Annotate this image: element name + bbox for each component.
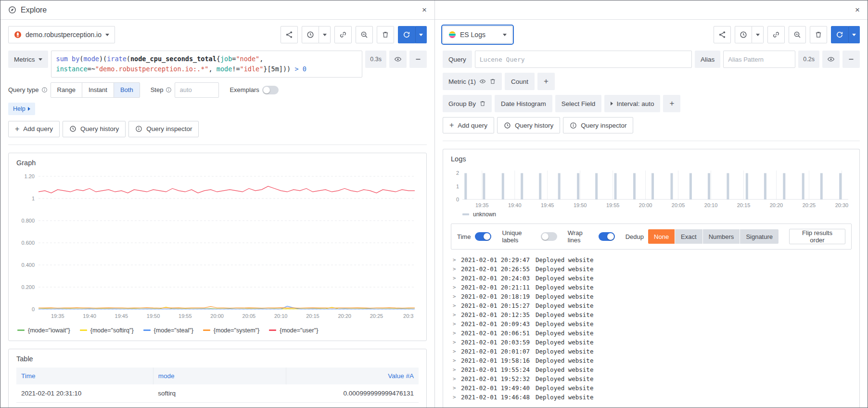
log-row[interactable]: >2021-02-01 20:12:35Deployed website [451,310,852,319]
add-group-by-button[interactable]: + [663,95,680,112]
legend-label[interactable]: unknown [473,211,496,218]
run-query-button[interactable] [398,26,415,43]
zoom-out-button[interactable] [789,26,806,43]
svg-text:20:00: 20:00 [210,313,224,319]
interval-dropdown[interactable]: Interval: auto [604,95,660,112]
disable-query-button[interactable] [822,51,840,68]
query-type-label: Query type [8,82,48,98]
clear-all-button[interactable] [810,26,827,43]
column-header-value[interactable]: Value #A [286,368,419,384]
share-button[interactable] [281,26,298,43]
alias-label: Alias [695,51,720,68]
query-type-range[interactable]: Range [51,82,82,98]
run-query-interval-caret[interactable] [415,26,427,43]
alias-input[interactable] [723,51,795,68]
time-picker-button[interactable] [735,26,752,43]
run-query-interval-caret[interactable] [848,26,860,43]
unique-labels-toggle[interactable] [541,232,557,241]
svg-text:20:15: 20:15 [737,202,751,208]
logs-histogram[interactable]: 19:3519:4019:4519:5019:5520:0020:0520:10… [451,168,853,210]
svg-text:19:40: 19:40 [508,202,522,208]
promql-query-input[interactable]: sum by(mode)(irate(node_cpu_seconds_tota… [51,51,363,78]
log-row[interactable]: >2021-02-01 20:26:55Deployed website [451,264,852,274]
expand-chevron-icon: > [453,383,461,393]
promql-query-line-2: instance=~"demo.robustperception.io:.*",… [56,64,357,74]
group-by-delete-icon[interactable] [479,100,486,107]
time-picker-button[interactable] [302,26,319,43]
add-metric-button[interactable]: + [537,73,555,90]
log-row[interactable]: >2021-02-01 20:18:19Deployed website [451,292,852,301]
log-row[interactable]: >2021-02-01 20:06:51Deployed website [451,329,852,338]
query-history-button[interactable]: Query history [497,117,560,133]
metrics-dropdown[interactable]: Metrics [8,51,48,68]
legend-item[interactable]: {mode="system"} [203,327,259,334]
log-row[interactable]: >2021-02-01 20:29:47Deployed website [451,255,852,264]
disable-query-button[interactable] [389,51,407,68]
column-header-time[interactable]: Time [16,368,153,384]
log-row[interactable]: >2021-02-01 19:46:48Deployed website [451,393,852,402]
query-type-instant[interactable]: Instant [82,82,114,98]
log-row[interactable]: >2021-02-01 20:03:59Deployed website [451,338,852,347]
column-header-mode[interactable]: mode [153,368,286,384]
dedup-exact-button[interactable]: Exact [675,229,702,244]
metric-count-dropdown[interactable]: Count [505,73,535,90]
log-row[interactable]: >2021-02-01 19:52:32Deployed website [451,374,852,383]
legend-item[interactable]: {mode="steal"} [143,327,193,334]
link-button[interactable] [334,26,352,43]
share-button[interactable] [714,26,731,43]
chevron-down-icon [852,34,856,36]
add-query-button[interactable]: + Add query [8,121,60,137]
query-history-button[interactable]: Query history [63,121,126,137]
select-field-dropdown[interactable]: Select Field [555,95,602,112]
run-query-button[interactable] [831,26,848,43]
query-type-both[interactable]: Both [114,82,140,98]
close-left-pane-icon[interactable]: × [422,6,427,14]
add-query-button[interactable]: + Add query [443,117,494,133]
date-histogram-dropdown[interactable]: Date Histogram [495,95,552,112]
legend-item[interactable]: {mode="iowait"} [17,327,70,334]
wrap-lines-toggle[interactable] [599,232,615,241]
time-picker-caret[interactable] [319,26,331,43]
close-right-pane-icon[interactable]: × [855,6,860,14]
svg-text:20:25: 20:25 [370,313,383,319]
metric-visibility-icon[interactable] [479,78,486,85]
explore-split-view: Explore × demo.robustperception.io [0,0,868,408]
step-input[interactable] [175,82,219,98]
exemplars-toggle[interactable] [262,86,279,94]
table-row: 2021-02-01 20:31:10softirq0.000999999999… [16,384,419,403]
time-toggle[interactable] [475,232,491,241]
dedup-none-button[interactable]: None [648,229,675,244]
remove-query-button[interactable] [409,51,427,68]
flip-results-order-button[interactable]: Flip results order [789,229,845,244]
log-row[interactable]: >2021-02-01 19:49:40Deployed website [451,383,852,393]
metric-delete-icon[interactable] [489,78,496,85]
log-row[interactable]: >2021-02-01 20:21:11Deployed website [451,283,852,292]
svg-text:0: 0 [32,306,35,312]
svg-text:19:35: 19:35 [51,313,64,319]
link-button[interactable] [767,26,785,43]
log-row[interactable]: >2021-02-01 20:15:27Deployed website [451,301,852,310]
help-link[interactable]: Help [8,103,35,115]
time-picker-caret[interactable] [752,26,764,43]
lucene-query-input[interactable] [475,51,692,68]
log-row[interactable]: >2021-02-01 20:24:03Deployed website [451,274,852,283]
datasource-picker-left[interactable]: demo.robustperception.io [8,26,115,43]
legend-item[interactable]: {mode="user"} [269,327,318,334]
step-label: Step [151,82,172,98]
log-row[interactable]: >2021-02-01 20:01:07Deployed website [451,347,852,356]
clear-all-button[interactable] [377,26,394,43]
dedup-numbers-button[interactable]: Numbers [703,229,740,244]
datasource-picker-right[interactable]: ES Logs [443,26,512,43]
dedup-signature-button[interactable]: Signature [740,229,779,244]
query-inspector-button[interactable]: Query inspector [128,121,199,137]
remove-query-button[interactable] [842,51,860,68]
legend-item[interactable]: {mode="softirq"} [80,327,134,334]
page-title: Explore [21,6,47,14]
time-series-chart[interactable]: 1.2010.8000.6000.4000.200019:3519:4019:4… [16,171,419,322]
log-row[interactable]: >2021-02-01 19:58:16Deployed website [451,356,852,365]
log-row[interactable]: >2021-02-01 20:09:43Deployed website [451,319,852,329]
log-row[interactable]: >2021-02-01 19:55:24Deployed website [451,365,852,374]
zoom-out-button[interactable] [356,26,373,43]
query-inspector-button[interactable]: Query inspector [563,117,633,133]
logs-histogram-legend: unknown [451,210,852,224]
